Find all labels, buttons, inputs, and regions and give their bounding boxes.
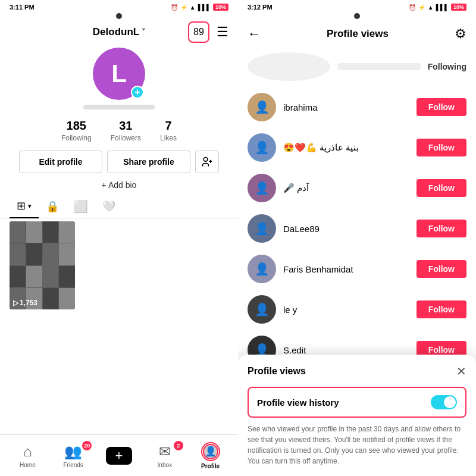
follow-button-0[interactable]: Follow	[416, 98, 466, 116]
tab-filter-icon: ▾	[28, 202, 32, 210]
video-preview	[10, 221, 75, 309]
follow-button-1[interactable]: Follow	[416, 139, 466, 156]
tab-collection[interactable]: ⬜	[66, 195, 95, 218]
icon-89-label: 89	[193, 27, 204, 37]
profile-view-history-toggle[interactable]	[431, 395, 457, 409]
status-bar-left: 3:11 PM ⏰ ⚡ ▲ ▌▌▌ 10%	[0, 0, 238, 13]
tab-tagged[interactable]: 🤍	[95, 195, 123, 218]
follow-button-2[interactable]: Follow	[416, 179, 466, 197]
viewer-avatar-1: 👤	[248, 133, 276, 162]
following-count: 185	[61, 119, 92, 133]
grid-icon: ⊞	[17, 199, 26, 212]
left-phone: 3:11 PM ⏰ ⚡ ▲ ▌▌▌ 10% DelodunL ˅ 89 ☰ L …	[0, 0, 238, 476]
viewer-row-0: 👤 ibrahima Follow	[238, 87, 476, 127]
viewer-avatar-5: 👤	[248, 295, 276, 324]
viewer-avatar-3: 👤	[248, 214, 276, 243]
right-phone: 3:12 PM ⏰ ⚡ ▲ ▌▌▌ 10% ← Profile views ⚙ …	[238, 0, 476, 476]
followers-label: Followers	[111, 134, 141, 142]
content-tabs: ⊞ ▾ 🔒 ⬜ 🤍	[0, 195, 238, 219]
battery-left: 10%	[213, 4, 228, 11]
heart-outline-icon: 🤍	[102, 200, 115, 213]
viewer-avatar-4: 👤	[248, 255, 276, 283]
add-friend-button[interactable]	[195, 151, 219, 173]
modal-title-row: Profile views ✕	[248, 364, 466, 378]
status-icons-left: ⏰ ⚡ ▲ ▌▌▌ 10%	[171, 4, 228, 11]
stat-following: 185 Following	[61, 119, 92, 142]
inbox-label: Inbox	[158, 462, 172, 468]
icon-89-button[interactable]: 89	[188, 21, 209, 43]
viewer-row-2: 👤 🎤 آدم Follow	[238, 168, 476, 208]
profile-header: DelodunL ˅ 89 ☰	[0, 21, 238, 43]
right-header: ← Profile views ⚙	[238, 21, 476, 46]
chevron-down-icon[interactable]: ˅	[142, 28, 145, 36]
follow-button-4[interactable]: Follow	[416, 260, 466, 278]
viewer-row-4: 👤 Faris Benhamidat Follow	[238, 249, 476, 289]
header-icons: 89 ☰	[188, 21, 228, 43]
friends-badge: 20	[82, 441, 92, 450]
bottom-nav: ⌂ Home 👥 20 Friends + ✉ 2 Inbox 👤 Profil…	[0, 434, 238, 476]
edit-profile-button[interactable]: Edit profile	[19, 151, 102, 173]
follow-button-5[interactable]: Follow	[416, 300, 466, 318]
alarm-icon: ⏰	[171, 4, 178, 11]
alarm-icon-r: ⏰	[409, 4, 416, 11]
profile-icon: 👤	[203, 444, 218, 459]
viewer-name-3: DaLee89	[283, 224, 409, 234]
inbox-badge: 2	[174, 441, 183, 450]
profile-label: Profile	[201, 463, 220, 469]
viewer-row-1: 👤 😍❤️💪 بنية عاذرية Follow	[238, 127, 476, 168]
page-title: Profile views	[327, 28, 389, 40]
nav-friends[interactable]: 👥 20 Friends	[58, 443, 88, 468]
inbox-icon: ✉	[159, 443, 171, 460]
modal-close-button[interactable]: ✕	[456, 364, 466, 378]
status-icons-right: ⏰ ⚡ ▲ ▌▌▌ 10%	[409, 4, 466, 11]
following-label: Following	[61, 134, 92, 142]
home-label: Home	[20, 462, 36, 468]
nav-inbox[interactable]: ✉ 2 Inbox	[150, 443, 180, 468]
blurred-name	[337, 63, 420, 70]
wifi-icon-r: ▲	[428, 4, 434, 11]
follow-button-3[interactable]: Follow	[416, 220, 466, 237]
action-buttons: Edit profile Share profile	[0, 145, 238, 176]
tab-liked[interactable]: 🔒	[39, 195, 66, 218]
back-button[interactable]: ←	[248, 26, 261, 42]
create-button[interactable]: +	[106, 447, 132, 465]
time-right: 3:12 PM	[248, 4, 273, 11]
share-profile-button[interactable]: Share profile	[107, 151, 190, 173]
followers-count: 31	[111, 119, 141, 133]
profile-avatar-nav: 👤	[201, 442, 220, 461]
viewer-avatar-2: 👤	[248, 174, 276, 202]
lock-icon: 🔒	[46, 200, 59, 213]
following-status: Following	[428, 62, 466, 71]
battery-right: 10%	[451, 4, 466, 11]
nav-profile[interactable]: 👤 Profile	[196, 442, 226, 469]
wifi-icon: ▲	[190, 4, 196, 11]
avatar-section: L +	[0, 43, 238, 112]
modal-description: See who viewed your profile in the past …	[248, 424, 466, 466]
viewer-avatar-0: 👤	[248, 93, 276, 121]
toggle-knob	[444, 396, 456, 408]
modal-title: Profile views	[248, 366, 306, 377]
stats-row: 185 Following 31 Followers 7 Likes	[0, 112, 238, 145]
settings-icon[interactable]: ⚙	[455, 26, 466, 42]
svg-point-0	[203, 158, 208, 162]
add-bio-button[interactable]: + Add bio	[0, 176, 238, 195]
video-thumbnail[interactable]: ▷ 1,753	[10, 221, 75, 309]
nav-home[interactable]: ⌂ Home	[12, 443, 42, 468]
viewer-name-1: 😍❤️💪 بنية عاذرية	[283, 142, 409, 153]
username-bar	[83, 105, 155, 109]
signal-icon: ▌▌▌	[198, 4, 211, 11]
profile-views-modal: Profile views ✕ Profile view history See…	[238, 355, 476, 476]
video-play-count: ▷ 1,753	[13, 299, 37, 307]
viewer-row-5: 👤 le y Follow	[238, 289, 476, 330]
toggle-row: Profile view history	[248, 387, 466, 418]
add-avatar-button[interactable]: +	[131, 86, 144, 99]
likes-count: 7	[160, 119, 177, 133]
profile-username: DelodunL ˅	[93, 26, 145, 38]
tab-videos[interactable]: ⊞ ▾	[10, 195, 39, 218]
nav-create[interactable]: +	[104, 447, 134, 465]
menu-icon[interactable]: ☰	[217, 24, 228, 40]
signal-icon-r: ▌▌▌	[436, 4, 449, 11]
bookmark-icon: ⬜	[73, 199, 88, 214]
stat-likes: 7 Likes	[160, 119, 177, 142]
avatar: L +	[93, 48, 145, 100]
